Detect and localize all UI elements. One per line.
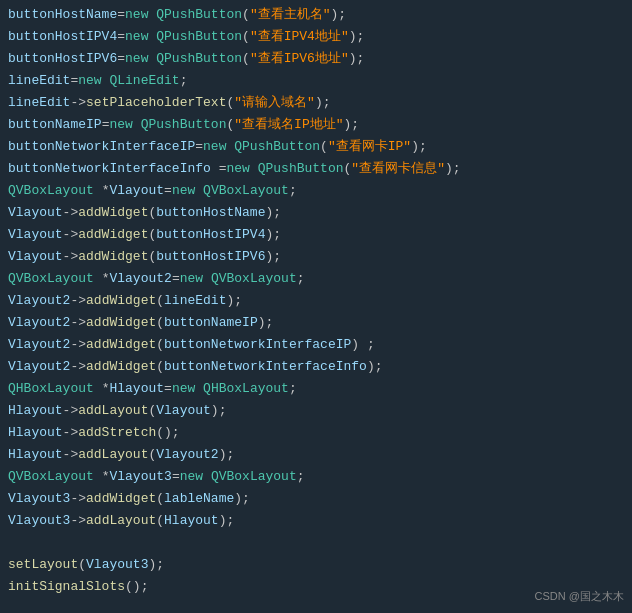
code-line-22: QVBoxLayout *Vlayout3=new QVBoxLayout; — [8, 466, 624, 488]
code-line-4: lineEdit=new QLineEdit; — [8, 70, 624, 92]
code-line-6: buttonNameIP=new QPushButton("查看域名IP地址")… — [8, 114, 624, 136]
code-line-19: Hlayout->addLayout(Vlayout); — [8, 400, 624, 422]
code-line-20: Hlayout->addStretch(); — [8, 422, 624, 444]
code-line-24: Vlayout3->addLayout(Hlayout); — [8, 510, 624, 532]
code-line-23: Vlayout3->addWidget(lableName); — [8, 488, 624, 510]
code-line-10: Vlayout->addWidget(buttonHostName); — [8, 202, 624, 224]
code-line-18: QHBoxLayout *Hlayout=new QHBoxLayout; — [8, 378, 624, 400]
code-line-15: Vlayout2->addWidget(buttonNameIP); — [8, 312, 624, 334]
code-editor: buttonHostName=new QPushButton("查看主机名");… — [0, 0, 632, 613]
code-line-7: buttonNetworkInterfaceIP=new QPushButton… — [8, 136, 624, 158]
code-line-27: initSignalSlots(); — [8, 576, 624, 598]
code-line-1: buttonHostName=new QPushButton("查看主机名"); — [8, 4, 624, 26]
code-line-26: setLayout(Vlayout3); — [8, 554, 624, 576]
code-line-11: Vlayout->addWidget(buttonHostIPV4); — [8, 224, 624, 246]
code-line-9: QVBoxLayout *Vlayout=new QVBoxLayout; — [8, 180, 624, 202]
code-line-16: Vlayout2->addWidget(buttonNetworkInterfa… — [8, 334, 624, 356]
watermark: CSDN @国之木木 — [535, 585, 624, 607]
blank-line — [8, 532, 624, 554]
code-line-5: lineEdit->setPlaceholderText("请输入域名"); — [8, 92, 624, 114]
code-line-13: QVBoxLayout *Vlayout2=new QVBoxLayout; — [8, 268, 624, 290]
code-line-8: buttonNetworkInterfaceInfo =new QPushBut… — [8, 158, 624, 180]
code-line-14: Vlayout2->addWidget(lineEdit); — [8, 290, 624, 312]
code-line-2: buttonHostIPV4=new QPushButton("查看IPV4地址… — [8, 26, 624, 48]
code-line-17: Vlayout2->addWidget(buttonNetworkInterfa… — [8, 356, 624, 378]
code-line-12: Vlayout->addWidget(buttonHostIPV6); — [8, 246, 624, 268]
code-line-21: Hlayout->addLayout(Vlayout2); — [8, 444, 624, 466]
code-line-3: buttonHostIPV6=new QPushButton("查看IPV6地址… — [8, 48, 624, 70]
